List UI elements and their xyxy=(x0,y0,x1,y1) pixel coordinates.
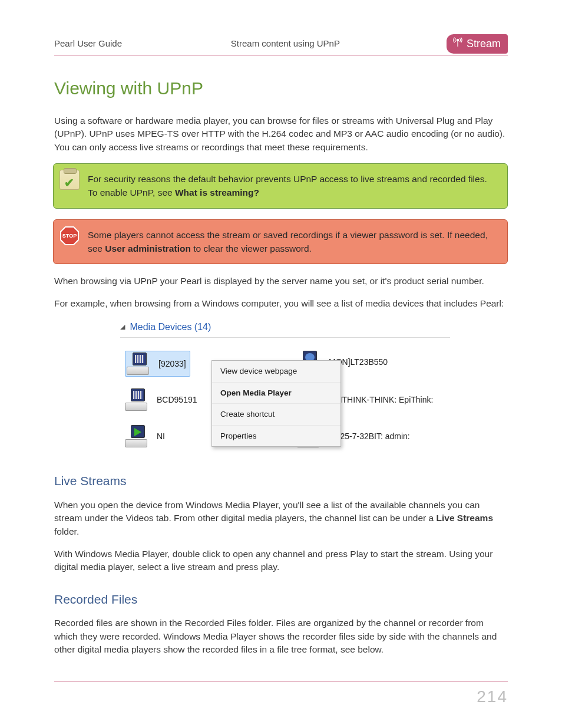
recorded-files-p1: Recorded files are shown in the Recorded… xyxy=(54,617,508,656)
svg-text:STOP: STOP xyxy=(62,233,77,239)
live-streams-p2: With Windows Media Player, double click … xyxy=(54,548,508,574)
disclosure-triangle-icon[interactable]: ◢ xyxy=(120,322,125,332)
stop-sign-icon: STOP xyxy=(59,226,80,246)
device-icon xyxy=(127,353,153,375)
live-p1-bold: Live Streams xyxy=(437,513,494,523)
device-label: BCD95191 xyxy=(157,394,197,406)
device-icon xyxy=(125,425,151,447)
callout-stop-text-post: to clear the viewer password. xyxy=(191,243,312,253)
media-devices-heading[interactable]: ◢ Media Devices (14) xyxy=(120,320,450,338)
live-streams-p1: When you open the device from Windows Me… xyxy=(54,499,508,538)
device-label: EPITHINK-THINK: EpiThink: xyxy=(329,394,433,406)
device-bcd95191[interactable]: BCD95191 xyxy=(125,388,197,411)
live-p1-post: folder. xyxy=(54,526,79,536)
media-devices-figure: ◢ Media Devices (14) [92033] BCD95191 NI… xyxy=(120,320,450,456)
after-callouts-p1: When browsing via UPnP your Pearl is dis… xyxy=(54,275,508,288)
header-center: Stream content using UPnP xyxy=(231,37,340,50)
device-label: NI xyxy=(157,430,165,442)
stream-section-pill: Stream xyxy=(447,34,508,54)
callout-stop: STOP Some players cannot access the stre… xyxy=(53,219,508,265)
callout-tip: For security reasons the default behavio… xyxy=(53,163,508,209)
svg-point-0 xyxy=(457,39,458,41)
live-p1-pre: When you open the device from Windows Me… xyxy=(54,500,480,523)
clipboard-check-icon xyxy=(59,170,80,190)
menu-item-open-media-player[interactable]: Open Media Player xyxy=(212,383,340,404)
device-label: [92033] xyxy=(158,358,186,370)
menu-item-create-shortcut[interactable]: Create shortcut xyxy=(212,404,340,426)
broadcast-icon xyxy=(452,37,463,47)
header-left: Pearl User Guide xyxy=(54,37,122,50)
menu-item-view-webpage[interactable]: View device webpage xyxy=(212,361,340,383)
menu-item-properties[interactable]: Properties xyxy=(212,426,340,447)
callout-tip-text: For security reasons the default behavio… xyxy=(88,174,487,197)
page-number: 214 xyxy=(477,687,508,706)
page-footer: 214 xyxy=(54,681,508,709)
device-ni[interactable]: NI xyxy=(125,425,165,447)
page-header: Pearl User Guide Stream content using UP… xyxy=(54,34,508,55)
device-icon xyxy=(125,388,151,411)
device-92033[interactable]: [92033] xyxy=(125,351,190,377)
stream-pill-label: Stream xyxy=(467,38,501,50)
recorded-files-heading: Recorded Files xyxy=(54,591,508,608)
callout-stop-link[interactable]: User administration xyxy=(105,243,191,253)
callout-tip-link[interactable]: What is streaming? xyxy=(175,187,259,197)
after-callouts-p2: For example, when browsing from a Window… xyxy=(54,297,508,310)
page-title: Viewing with UPnP xyxy=(54,75,508,101)
live-streams-heading: Live Streams xyxy=(54,472,508,490)
intro-paragraph: Using a software or hardware media playe… xyxy=(54,114,508,154)
media-devices-heading-label: Media Devices (14) xyxy=(130,322,211,332)
context-menu: View device webpage Open Media Player Cr… xyxy=(211,360,341,447)
